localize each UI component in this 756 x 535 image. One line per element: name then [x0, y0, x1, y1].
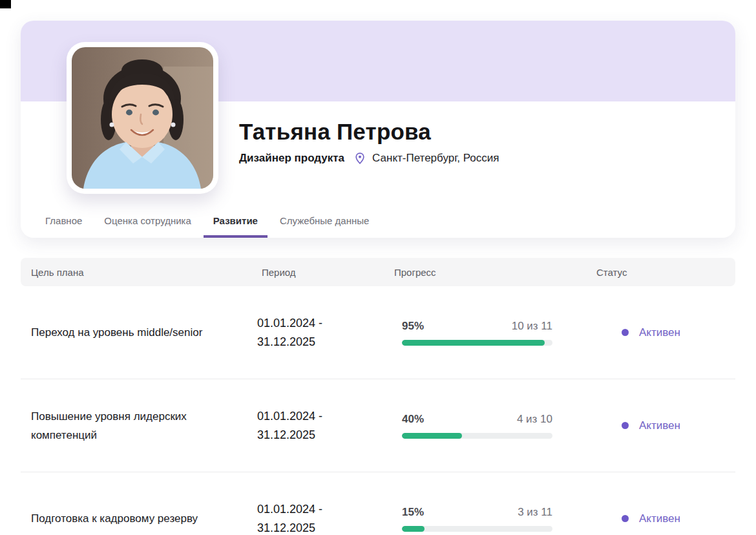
- table-header: Цель плана Период Прогресс Статус: [21, 258, 735, 286]
- progress-percent: 40%: [402, 413, 424, 426]
- period-cell: 01.01.2024 - 31.12.2025: [257, 500, 402, 535]
- goal-cell: Подготовка к кадровому резерву: [31, 509, 257, 528]
- progress-ratio: 4 из 10: [517, 413, 552, 426]
- status-cell: Активен: [622, 419, 680, 432]
- status-cell: Активен: [622, 512, 680, 525]
- col-header-status: Статус: [596, 267, 627, 278]
- goal-cell: Переход на уровень middle/senior: [31, 323, 257, 342]
- col-header-goal: Цель плана: [31, 267, 262, 278]
- table-row[interactable]: Переход на уровень middle/senior 01.01.2…: [21, 286, 735, 379]
- progress-bar: [402, 526, 552, 532]
- status-label[interactable]: Активен: [639, 512, 680, 525]
- table-row[interactable]: Повышение уровня лидерских компетенций 0…: [21, 379, 735, 472]
- avatar: [67, 42, 218, 194]
- screen-artifact: [0, 0, 11, 8]
- identity-block: Татьяна Петрова Дизайнер продукта Санкт-…: [239, 119, 499, 165]
- progress-percent: 95%: [402, 320, 424, 333]
- progress-cell: 40% 4 из 10: [402, 413, 552, 439]
- col-header-period: Период: [262, 267, 394, 278]
- progress-ratio: 3 из 11: [518, 506, 552, 519]
- status-dot-icon: [622, 329, 629, 336]
- progress-bar-fill: [402, 433, 462, 439]
- progress-bar: [402, 340, 552, 346]
- period-cell: 01.01.2024 - 31.12.2025: [257, 407, 402, 445]
- page: Татьяна Петрова Дизайнер продукта Санкт-…: [0, 0, 756, 535]
- profile-role: Дизайнер продукта: [239, 152, 344, 165]
- profile-subtitle: Дизайнер продукта Санкт-Петербург, Росси…: [239, 152, 499, 165]
- avatar-photo: [72, 47, 213, 189]
- period-cell: 01.01.2024 - 31.12.2025: [257, 314, 402, 351]
- table-row[interactable]: Подготовка к кадровому резерву 01.01.202…: [21, 472, 735, 535]
- tab-main[interactable]: Главное: [45, 215, 82, 238]
- status-dot-icon: [622, 515, 629, 522]
- tab-service-data[interactable]: Служебные данные: [280, 215, 369, 238]
- goal-cell: Повышение уровня лидерских компетенций: [31, 407, 257, 445]
- progress-cell: 15% 3 из 11: [402, 506, 552, 532]
- col-header-progress: Прогресс: [394, 267, 596, 278]
- progress-bar: [402, 433, 552, 439]
- progress-ratio: 10 из 11: [512, 320, 552, 333]
- profile-tabs: Главное Оценка сотрудника Развитие Служе…: [45, 215, 369, 238]
- tab-employee-assessment[interactable]: Оценка сотрудника: [104, 215, 191, 238]
- status-label[interactable]: Активен: [639, 419, 680, 432]
- progress-cell: 95% 10 из 11: [402, 320, 552, 346]
- profile-location: Санкт-Петербург, Россия: [372, 152, 499, 165]
- progress-bar-fill: [402, 526, 425, 532]
- progress-bar-fill: [402, 340, 545, 346]
- status-cell: Активен: [622, 326, 680, 339]
- progress-percent: 15%: [402, 506, 424, 519]
- table-body: Переход на уровень middle/senior 01.01.2…: [21, 286, 735, 535]
- tab-development[interactable]: Развитие: [204, 215, 268, 238]
- profile-name: Татьяна Петрова: [239, 119, 499, 145]
- profile-card: Татьяна Петрова Дизайнер продукта Санкт-…: [21, 21, 735, 238]
- location-pin-icon: [353, 152, 366, 165]
- status-label[interactable]: Активен: [639, 326, 680, 339]
- status-dot-icon: [622, 422, 629, 429]
